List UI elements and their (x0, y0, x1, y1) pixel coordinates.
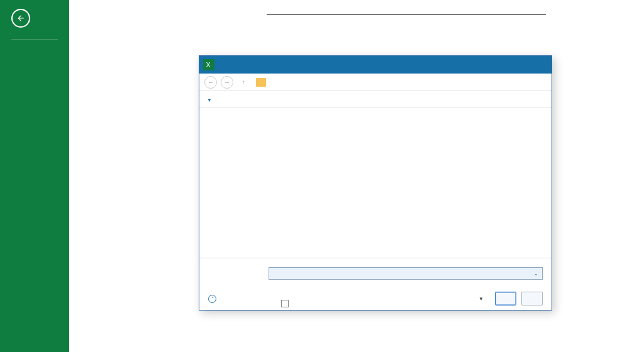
filetype-combobox[interactable]: ⌄ (269, 267, 543, 280)
cancel-button[interactable] (521, 292, 543, 305)
dialog-navbar: ← → ↑ (199, 74, 552, 91)
chevron-down-icon: ▼ (479, 296, 484, 302)
excel-app-icon: X (203, 59, 214, 70)
svg-text:X: X (206, 61, 211, 69)
chevron-down-icon: ▼ (207, 97, 212, 103)
nav-forward-button[interactable]: → (221, 76, 233, 89)
back-button[interactable] (11, 9, 30, 28)
backstage-sidebar (0, 0, 69, 352)
hide-folders-toggle[interactable]: ˄ (208, 295, 219, 303)
save-button[interactable] (495, 292, 516, 305)
arrow-left-icon (16, 14, 25, 23)
chevron-down-icon: ⌄ (534, 271, 538, 277)
file-type-dropdown[interactable] (267, 14, 546, 15)
dialog-titlebar: X (199, 56, 552, 74)
organize-menu[interactable]: ▼ (207, 95, 212, 104)
chevron-up-icon: ˄ (208, 295, 216, 303)
dialog-body (199, 107, 552, 258)
sidebar-separator (11, 39, 58, 40)
dialog-toolbar: ▼ (199, 91, 552, 107)
save-as-dialog: X ← → ↑ ▼ ⌄ (199, 55, 552, 311)
nav-back-button[interactable]: ← (204, 76, 217, 89)
dialog-footer: ˄ ▼ (199, 287, 552, 310)
folder-tree[interactable] (199, 107, 272, 258)
nav-up-button[interactable]: ↑ (237, 76, 250, 89)
tools-menu[interactable]: ▼ (472, 295, 490, 302)
folder-icon (256, 78, 266, 87)
